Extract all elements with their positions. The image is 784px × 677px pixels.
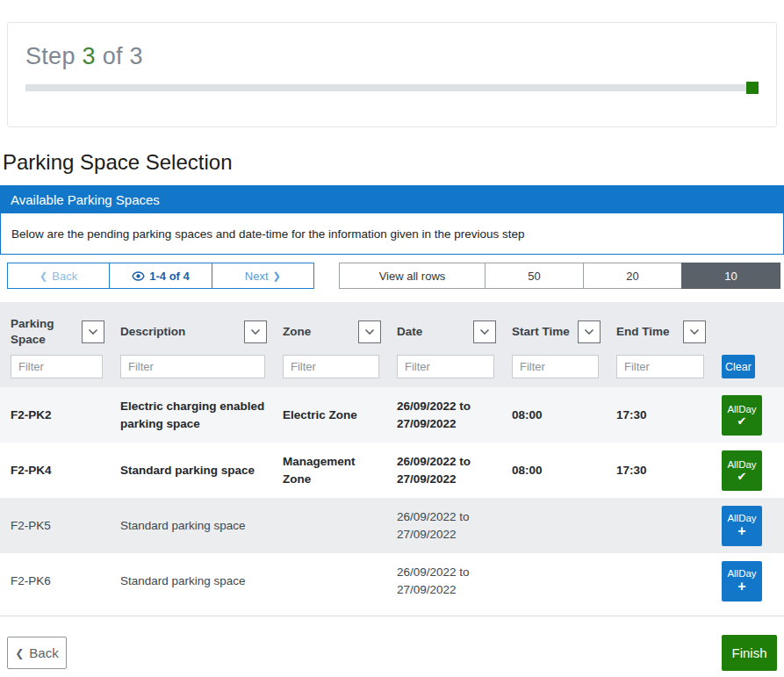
footer-bar: ❮ Back Finish — [0, 635, 784, 671]
cell-parking-space: F2-PK5 — [11, 517, 120, 535]
filter-input-description[interactable] — [120, 355, 265, 378]
column-label: End Time — [616, 324, 670, 340]
allday-toggle-button[interactable]: AllDay + — [722, 561, 762, 601]
filter-row: Clear — [11, 355, 773, 378]
column-dropdown-button[interactable] — [578, 320, 601, 343]
cell-parking-space: F2-PK4 — [11, 462, 120, 479]
cell-start-time: 08:00 — [512, 462, 616, 479]
filter-input-date[interactable] — [397, 355, 494, 378]
filter-input-start-time[interactable] — [512, 355, 599, 378]
progress-track — [25, 84, 759, 91]
allday-toggle-button[interactable]: AllDay ✔ — [722, 450, 762, 491]
allday-toggle-button[interactable]: AllDay + — [722, 506, 762, 546]
column-header-actions — [722, 313, 773, 351]
pager-back-label: Back — [52, 270, 77, 283]
step-prefix: Step — [25, 43, 76, 69]
table-header: Parking Space Description Zone Date Star… — [0, 302, 784, 387]
pager-back-button[interactable]: ❮ Back — [7, 263, 110, 289]
allday-label: AllDay — [727, 568, 756, 579]
back-button[interactable]: ❮ Back — [7, 637, 67, 669]
chevron-down-icon — [250, 328, 261, 335]
column-label: Parking Space — [11, 316, 82, 348]
panel-description: Below are the pending parking spaces and… — [0, 213, 784, 255]
column-header-end-time: End Time — [616, 313, 722, 351]
clear-filters-button[interactable]: Clear — [722, 355, 755, 378]
check-icon: ✔ — [737, 471, 747, 482]
table-row: F2-PK2 Electric charging enabled parking… — [0, 387, 784, 443]
step-suffix: of 3 — [103, 43, 143, 69]
column-label: Start Time — [512, 324, 570, 340]
step-wizard-card: Step 3 of 3 — [7, 22, 777, 127]
chevron-down-icon — [584, 328, 594, 335]
column-label: Date — [397, 324, 422, 340]
page-title: Parking Space Selection — [3, 150, 784, 175]
pager-status: 1-4 of 4 — [109, 263, 212, 289]
chevron-down-icon — [689, 328, 700, 335]
column-dropdown-button[interactable] — [244, 320, 267, 343]
step-progress-bar — [25, 82, 759, 94]
filter-input-end-time[interactable] — [616, 355, 704, 378]
page-size-view-all[interactable]: View all rows — [339, 263, 486, 289]
cell-description: Electric charging enabled parking space — [120, 398, 283, 432]
page-size-group: View all rows 50 20 10 — [340, 263, 780, 289]
page-size-option-50[interactable]: 50 — [485, 263, 584, 289]
column-header-row: Parking Space Description Zone Date Star… — [11, 313, 773, 351]
column-header-start-time: Start Time — [512, 313, 616, 351]
pager-next-button[interactable]: Next ❯ — [212, 263, 314, 289]
cell-description: Standard parking space — [120, 573, 283, 590]
column-header-description: Description — [120, 313, 283, 351]
cell-date: 26/09/2022 to 27/09/2022 — [397, 398, 512, 432]
step-indicator: Step 3 of 3 — [25, 43, 776, 70]
column-header-parking-space: Parking Space — [11, 313, 120, 351]
plus-icon: + — [737, 580, 745, 594]
check-icon: ✔ — [737, 415, 747, 427]
table-divider — [0, 616, 784, 616]
cell-end-time: 17:30 — [616, 407, 722, 424]
page-size-option-20[interactable]: 20 — [583, 263, 682, 289]
cell-parking-space: F2-PK2 — [11, 407, 120, 424]
progress-knob — [746, 82, 759, 94]
cell-description: Standard parking space — [120, 517, 283, 535]
cell-date: 26/09/2022 to 27/09/2022 — [397, 564, 512, 598]
column-header-zone: Zone — [283, 313, 397, 351]
cell-zone: Electric Zone — [283, 407, 397, 424]
table-row: F2-PK4 Standard parking space Management… — [0, 443, 784, 498]
cell-description: Standard parking space — [120, 462, 283, 479]
cell-end-time: 17:30 — [616, 462, 722, 479]
cell-date: 26/09/2022 to 27/09/2022 — [397, 453, 512, 487]
column-label: Zone — [283, 324, 311, 340]
cell-date: 26/09/2022 to 27/09/2022 — [397, 508, 512, 543]
step-current-number: 3 — [83, 43, 96, 69]
chevron-right-icon: ❯ — [273, 270, 281, 282]
plus-icon: + — [737, 524, 745, 538]
finish-button[interactable]: Finish — [722, 635, 777, 671]
column-dropdown-button[interactable] — [82, 320, 104, 343]
allday-label: AllDay — [727, 404, 756, 414]
chevron-down-icon — [364, 328, 375, 335]
column-label: Description — [120, 324, 185, 340]
table-row: F2-PK5 Standard parking space 26/09/2022… — [0, 498, 784, 553]
pager-bar: ❮ Back 1-4 of 4 Next ❯ View all rows 50 … — [0, 263, 784, 289]
page-size-option-10[interactable]: 10 — [681, 263, 780, 289]
filter-input-zone[interactable] — [283, 355, 379, 378]
allday-label: AllDay — [727, 459, 756, 470]
cell-parking-space: F2-PK6 — [11, 573, 120, 590]
allday-toggle-button[interactable]: AllDay ✔ — [722, 395, 762, 436]
chevron-left-icon: ❮ — [15, 647, 24, 659]
chevron-down-icon — [479, 328, 490, 335]
cell-start-time: 08:00 — [512, 407, 616, 424]
allday-label: AllDay — [727, 513, 756, 523]
column-header-date: Date — [397, 313, 512, 351]
chevron-down-icon — [88, 328, 98, 335]
column-dropdown-button[interactable] — [473, 320, 496, 343]
column-dropdown-button[interactable] — [683, 320, 706, 343]
pager-next-label: Next — [245, 270, 269, 283]
cell-zone: Management Zone — [283, 453, 397, 487]
pager-group: ❮ Back 1-4 of 4 Next ❯ — [7, 263, 314, 289]
eye-icon — [132, 270, 145, 283]
panel-header: Available Parking Spaces — [0, 185, 784, 213]
filter-input-parking-space[interactable] — [11, 355, 103, 378]
column-dropdown-button[interactable] — [358, 320, 381, 343]
chevron-left-icon: ❮ — [40, 270, 47, 282]
table-row: F2-PK6 Standard parking space 26/09/2022… — [0, 553, 784, 609]
